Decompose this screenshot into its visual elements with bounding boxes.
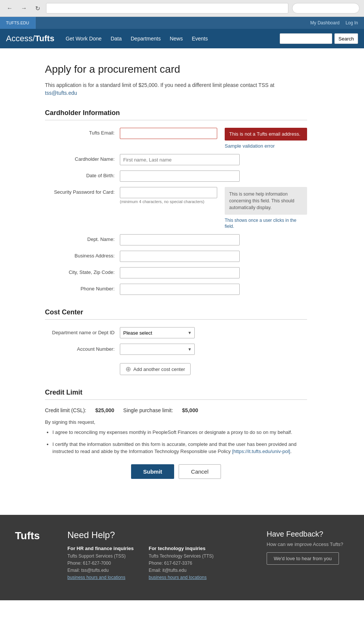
dept-id-select-wrap: Please select ▼	[120, 327, 195, 338]
security-password-row: Security Password for Card: (minimum 4 c…	[45, 187, 307, 229]
cardholder-name-input[interactable]	[120, 154, 240, 165]
nav-departments[interactable]: Departments	[131, 36, 161, 42]
error-tooltip: This is not a Tufts email address.	[225, 128, 307, 141]
date-of-birth-label: Date of Birth:	[45, 170, 120, 178]
footer-tech-title: For technology inquiries	[149, 546, 213, 551]
site-logo: Access / Tufts	[6, 34, 54, 43]
business-address-row: Business Address:	[45, 251, 307, 262]
footer-logo: Tufts	[15, 530, 45, 586]
nav-data[interactable]: Data	[110, 36, 122, 42]
nav-events[interactable]: Events	[192, 36, 208, 42]
footer-need-help-title: Need Help?	[67, 530, 252, 540]
footer-hr-link[interactable]: business hours and locations	[67, 575, 125, 580]
dept-id-row: Department name or Dept ID Please select…	[45, 327, 307, 338]
credit-limit-section-title: Credit Limit	[45, 389, 307, 400]
tufts-email-sidebar: This is not a Tufts email address. Sampl…	[225, 128, 307, 149]
footer-need-help-col: Need Help? For HR and finance inquiries …	[67, 530, 252, 586]
dept-id-select[interactable]: Please select	[120, 327, 195, 338]
help-box: This is some help information concerning…	[225, 187, 307, 215]
page-title: Apply for a procurement card	[45, 63, 307, 75]
footer-tech-email: Email: it@tufts.edu	[149, 567, 213, 574]
phone-number-label: Phone Number:	[45, 284, 120, 292]
tufts-email-input[interactable]	[120, 128, 217, 139]
city-state-zip-row: City, State, Zip Code:	[45, 267, 307, 278]
footer-tech-section: For technology inquiries Tufts Technolog…	[149, 546, 213, 580]
credit-limit-section: Credit Limit Credit limit (CSL): $25,000…	[45, 389, 307, 479]
cardholder-section: Cardholder Information Tufts Email: This…	[45, 109, 307, 295]
logo-access: Access	[6, 34, 33, 43]
tufts-edu-tab[interactable]: TUFTS.EDU	[0, 17, 36, 29]
intro-text: This application is for a standard limit…	[45, 81, 307, 97]
click-hint: This shows once a user clicks in the fie…	[225, 218, 296, 229]
browser-search-wrap: 🔍	[292, 3, 360, 13]
footer-hr-org: Tufts Support Services (TSS)	[67, 553, 134, 560]
refresh-button[interactable]: ↻	[33, 4, 42, 13]
tufts-email-form-main: Tufts Email:	[45, 128, 217, 139]
security-password-sidebar: This is some help information concerning…	[225, 187, 307, 229]
dept-name-label: Dept. Name:	[45, 234, 120, 242]
footer-hr-section: For HR and finance inquiries Tufts Suppo…	[67, 546, 134, 580]
account-number-row: Account Number: ▼	[45, 344, 307, 355]
add-cost-center-label: Add another cost center	[133, 366, 185, 372]
back-button[interactable]: ←	[4, 4, 15, 12]
url-bar[interactable]	[46, 3, 288, 13]
top-bar-left: TUFTS.EDU	[0, 17, 36, 29]
validation-error-link[interactable]: Sample validation error	[225, 143, 275, 149]
plus-icon: ⊕	[125, 366, 131, 372]
my-dashboard-link[interactable]: My Dashboard	[310, 20, 340, 25]
credit-limit-value: $25,000	[95, 407, 114, 413]
footer-tech-org: Tufts Technology Services (TTS)	[149, 553, 213, 560]
tss-email-link[interactable]: tss@tufts.edu	[45, 90, 77, 96]
main-content: Apply for a procurement card This applic…	[22, 48, 330, 515]
business-address-input[interactable]	[120, 251, 240, 262]
policy-link[interactable]: [https://it.tufts.edu/univ-pol]	[232, 449, 290, 454]
footer-feedback-button[interactable]: We'd love to hear from you	[267, 552, 339, 565]
credit-limit-label: Credit limit (CSL):	[45, 407, 86, 413]
account-number-field: ▼	[120, 344, 195, 355]
cardholder-name-label: Cardholder Name:	[45, 154, 120, 162]
nav-get-work-done[interactable]: Get Work Done	[66, 36, 101, 42]
security-password-label: Security Password for Card:	[45, 187, 120, 195]
security-password-input[interactable]	[120, 187, 217, 198]
cancel-button[interactable]: Cancel	[179, 464, 221, 479]
phone-number-input[interactable]	[120, 284, 240, 295]
footer-tech-link[interactable]: business hours and locations	[149, 575, 207, 580]
nav-search-input[interactable]	[280, 33, 332, 44]
footer: Tufts Need Help? For HR and finance inqu…	[0, 515, 364, 601]
agreement-item-1: I agree to reconciling my expenses month…	[52, 429, 307, 436]
dept-name-input[interactable]	[120, 234, 240, 245]
submit-row: Submit Cancel	[45, 464, 307, 479]
nav-search-button[interactable]: Search	[334, 33, 358, 44]
submit-button[interactable]: Submit	[131, 464, 174, 479]
security-password-form-main: Security Password for Card: (minimum 4 c…	[45, 187, 217, 204]
footer-feedback-col: Have Feedback? How can we improve Access…	[267, 530, 349, 586]
log-in-link[interactable]: Log In	[346, 20, 358, 25]
city-state-zip-field-wrap	[120, 267, 240, 278]
nav-bar: Access / Tufts Get Work Done Data Depart…	[0, 29, 364, 48]
nav-links: Get Work Done Data Departments News Even…	[66, 36, 280, 42]
footer-hr-phone: Phone: 617-627-7000	[67, 560, 134, 567]
footer-hr-title: For HR and finance inquiries	[67, 546, 134, 551]
browser-search-input[interactable]	[292, 3, 360, 13]
forward-button[interactable]: →	[19, 4, 29, 12]
date-of-birth-field-wrap	[120, 170, 240, 182]
city-state-zip-input[interactable]	[120, 267, 240, 278]
account-number-label: Account Number:	[45, 346, 120, 353]
agreement-list: I agree to reconciling my expenses month…	[52, 429, 307, 455]
nav-search-wrap: Search	[280, 33, 358, 44]
cardholder-name-field-wrap	[120, 154, 240, 165]
security-hint: (minimum 4 characters, no special charac…	[120, 199, 217, 204]
date-of-birth-input[interactable]	[120, 170, 240, 182]
city-state-zip-label: City, State, Zip Code:	[45, 267, 120, 275]
account-number-select[interactable]	[120, 344, 195, 355]
add-cost-center-button[interactable]: ⊕ Add another cost center	[120, 363, 191, 375]
cost-center-section: Cost Center Department name or Dept ID P…	[45, 308, 307, 375]
phone-number-field-wrap	[120, 284, 240, 295]
credit-info-row: Credit limit (CSL): $25,000 Single purch…	[45, 407, 307, 413]
agreement-item-2: I certify that the information submitted…	[52, 441, 307, 455]
nav-news[interactable]: News	[170, 36, 183, 42]
date-of-birth-row: Date of Birth:	[45, 170, 307, 182]
single-purchase-label: Single purchase limit:	[123, 407, 173, 413]
top-bar-right: My Dashboard Log In	[310, 20, 364, 25]
cost-center-section-title: Cost Center	[45, 308, 307, 320]
